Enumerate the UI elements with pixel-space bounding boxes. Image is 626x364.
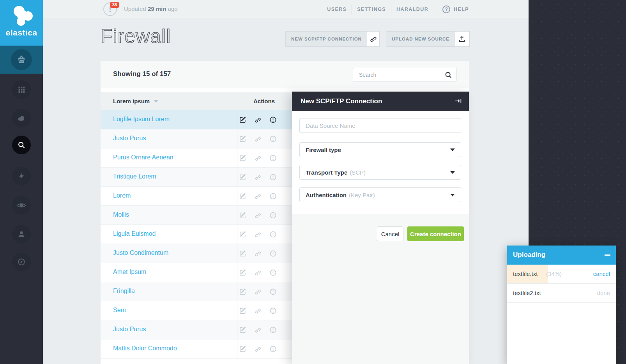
alert-icon[interactable] (269, 307, 277, 315)
minimize-icon[interactable] (605, 254, 610, 256)
listing-toolbar: Showing 15 of 157 (101, 61, 469, 88)
sidebar-item-users[interactable] (0, 225, 43, 244)
edit-icon[interactable] (239, 192, 246, 200)
alert-icon[interactable] (269, 326, 277, 334)
row-name-link[interactable]: Justo Purus (113, 135, 146, 142)
sidebar-item-apps[interactable] (0, 80, 43, 99)
link-icon[interactable] (254, 269, 262, 276)
sort-caret-icon[interactable] (154, 100, 158, 102)
edit-icon[interactable] (239, 269, 246, 276)
search-input[interactable] (358, 68, 436, 81)
cancel-button[interactable]: Cancel (377, 226, 403, 241)
row-name-link[interactable]: Justo Purus (113, 326, 146, 333)
link-icon[interactable] (254, 249, 262, 257)
link-icon[interactable] (254, 135, 262, 143)
sidebar-item-activity[interactable] (0, 167, 43, 186)
row-name-link[interactable]: Mollis (113, 211, 129, 218)
nav-help[interactable]: ? HELP (442, 5, 469, 13)
edit-icon[interactable] (239, 326, 246, 334)
row-name-link[interactable]: Tristique Lorem (113, 173, 156, 180)
chevron-down-icon (450, 171, 455, 174)
alert-icon[interactable] (269, 135, 277, 143)
sidebar-item-search[interactable] (0, 136, 43, 154)
authentication-select[interactable]: Authentication (Key Pair) (299, 187, 461, 202)
panel-footer: Cancel Create connection (292, 214, 469, 364)
alert-icon[interactable] (269, 116, 277, 124)
link-icon[interactable] (254, 211, 262, 219)
upload-file-list: textfile.txt (34%) cancel textfile2.txt … (507, 265, 616, 303)
collapse-panel-icon[interactable] (454, 97, 463, 105)
row-name-link[interactable]: Ligula Euismod (113, 230, 156, 237)
edit-icon[interactable] (239, 345, 246, 353)
edit-icon[interactable] (239, 116, 246, 124)
row-name-link[interactable]: Fringilla (113, 288, 135, 295)
firewall-type-select[interactable]: Firewall type (299, 142, 461, 157)
link-icon[interactable] (254, 192, 262, 200)
elastica-logo-icon (9, 3, 34, 27)
row-name-link[interactable]: Justo Condimentum (113, 249, 168, 256)
sidebar-item-monitor[interactable] (0, 196, 43, 215)
nav-account[interactable]: HARALDUR (396, 7, 428, 12)
link-icon[interactable] (254, 307, 262, 315)
link-icon[interactable] (367, 32, 379, 46)
row-name-link[interactable]: Mattis Dolor Commodo (113, 345, 177, 352)
edit-icon[interactable] (239, 211, 246, 219)
eye-icon (12, 196, 31, 215)
alert-icon[interactable] (269, 269, 277, 276)
alert-icon[interactable] (269, 230, 277, 238)
row-name-link[interactable]: Lorem (113, 192, 131, 199)
sidebar-item-basket[interactable] (0, 46, 43, 74)
edit-icon[interactable] (239, 135, 246, 143)
alert-icon[interactable] (269, 288, 277, 295)
sidebar-item-cloud[interactable] (0, 109, 43, 127)
column-header-name[interactable]: Lorem ipsum (113, 98, 158, 104)
sidebar-item-explore[interactable] (0, 253, 43, 271)
alert-icon[interactable] (269, 173, 277, 181)
upload-file-action[interactable]: cancel (593, 270, 610, 277)
new-scp-ftp-connection-button[interactable]: NEW SCP/FTP CONNECTION (285, 31, 380, 47)
edit-icon[interactable] (239, 307, 246, 315)
create-connection-button[interactable]: Create connection (407, 226, 464, 241)
link-icon[interactable] (254, 345, 262, 353)
nav-separator (391, 4, 391, 15)
row-name-link[interactable]: Logfile Ipsum Lorem (113, 116, 170, 123)
edit-icon[interactable] (239, 288, 246, 295)
alert-icon[interactable] (269, 211, 277, 219)
new-connection-panel: New SCP/FTP Connection Firewall type (292, 92, 469, 364)
upload-widget-title: Uploading (513, 251, 545, 259)
alert-icon[interactable] (269, 192, 277, 200)
alert-icon[interactable] (269, 345, 277, 353)
edit-icon[interactable] (239, 249, 246, 257)
nav-users[interactable]: USERS (327, 7, 347, 12)
edit-icon[interactable] (239, 173, 246, 181)
upload-file-name: textfile2.txt (513, 290, 541, 296)
link-icon[interactable] (254, 173, 262, 181)
edit-icon[interactable] (239, 230, 246, 238)
link-icon[interactable] (254, 230, 262, 238)
search-icon[interactable] (444, 71, 453, 79)
link-icon[interactable] (254, 326, 262, 334)
link-icon[interactable] (254, 288, 262, 295)
row-name-link[interactable]: Amet Ipsum (113, 269, 146, 276)
link-icon[interactable] (254, 154, 262, 162)
topbar: ! 38 Updated 29 min ago USERS SETTINGS H… (43, 0, 529, 18)
search-icon (12, 136, 31, 154)
row-name-link[interactable]: Sem (113, 307, 126, 314)
data-source-name-input[interactable] (299, 118, 461, 133)
panel-header: New SCP/FTP Connection (292, 92, 469, 111)
lightning-icon (12, 167, 31, 186)
upload-icon[interactable] (455, 32, 469, 46)
upload-new-source-button[interactable]: UPLOAD NEW SOURCE (386, 31, 470, 47)
elastica-logo[interactable]: elastica (0, 0, 43, 46)
link-icon[interactable] (254, 116, 262, 124)
alert-icon[interactable] (269, 249, 277, 257)
panel-title: New SCP/FTP Connection (301, 97, 382, 105)
grid-icon (12, 80, 31, 99)
row-name-link[interactable]: Purus Ornare Aenean (113, 154, 173, 161)
alert-icon[interactable] (269, 154, 277, 162)
nav-settings[interactable]: SETTINGS (357, 7, 386, 12)
edit-icon[interactable] (239, 154, 246, 162)
transport-type-select[interactable]: Transport Type (SCP) (299, 165, 461, 180)
upload-file-action[interactable]: done (597, 290, 610, 296)
logo-wordmark: elastica (0, 28, 43, 37)
